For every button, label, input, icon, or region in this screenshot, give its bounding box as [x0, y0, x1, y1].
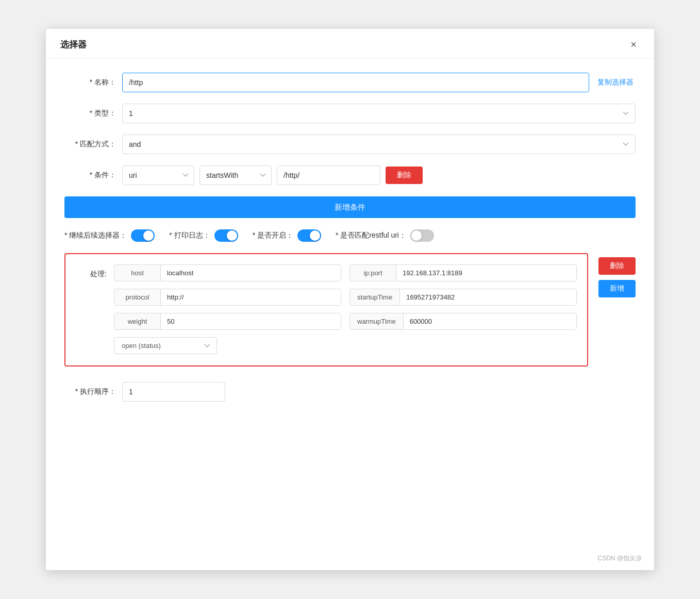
- restful-toggle[interactable]: [410, 229, 434, 242]
- name-label: * 名称：: [64, 78, 116, 87]
- exec-order-label: * 执行顺序：: [64, 387, 116, 396]
- type-select[interactable]: 1: [122, 104, 636, 123]
- handler-label: 处理:: [76, 264, 107, 279]
- name-input[interactable]: [122, 73, 589, 92]
- add-condition-button[interactable]: 新增条件: [64, 196, 636, 218]
- protocol-input[interactable]: [161, 289, 341, 305]
- copy-selector-button[interactable]: 复制选择器: [595, 78, 636, 87]
- match-label: * 匹配方式：: [64, 140, 116, 149]
- handler-delete-button[interactable]: 删除: [598, 257, 636, 275]
- footer-note: CSDN @指尖凉: [597, 554, 642, 563]
- restful-toggle-group: * 是否匹配restful uri：: [336, 229, 434, 242]
- ip-port-field: ip:port: [349, 264, 577, 281]
- condition-value-input[interactable]: [277, 165, 380, 185]
- exec-order-input[interactable]: [122, 382, 225, 402]
- warmup-time-key: warmupTime: [350, 313, 404, 329]
- handler-outer: 处理: host ip:port: [64, 253, 636, 378]
- toggle-row: * 继续后续选择器： * 打印日志： * 是否开启： * 是否匹配restful…: [64, 229, 636, 242]
- condition-delete-button[interactable]: 删除: [386, 167, 423, 184]
- host-key: host: [114, 265, 161, 281]
- weight-key: weight: [114, 313, 161, 329]
- host-input[interactable]: [161, 265, 341, 281]
- dialog-body: * 名称： 复制选择器 * 类型： 1 * 匹配方式： and * 条件：: [46, 58, 654, 416]
- condition-label: * 条件：: [64, 171, 116, 180]
- protocol-field: protocol: [114, 289, 341, 306]
- handler-grid-2: protocol startupTime: [114, 289, 577, 306]
- handler-new-button[interactable]: 新增: [598, 280, 636, 297]
- print-log-toggle-group: * 打印日志：: [169, 229, 238, 242]
- handler-box: 处理: host ip:port: [64, 253, 588, 367]
- type-select-wrapper: 1: [122, 104, 636, 123]
- print-log-slider[interactable]: [214, 229, 238, 242]
- ip-port-key: ip:port: [350, 265, 396, 281]
- match-select-wrapper: and: [122, 135, 636, 154]
- host-field: host: [114, 264, 341, 281]
- exec-order-row: * 执行顺序：: [64, 382, 636, 402]
- ip-port-input[interactable]: [396, 265, 576, 281]
- continue-slider[interactable]: [131, 229, 155, 242]
- restful-label: * 是否匹配restful uri：: [336, 231, 406, 240]
- name-row: * 名称： 复制选择器: [64, 73, 636, 92]
- conditions-row: uri startsWith 删除: [122, 165, 423, 185]
- print-log-label: * 打印日志：: [169, 231, 210, 240]
- print-log-toggle[interactable]: [214, 229, 238, 242]
- enable-toggle-group: * 是否开启：: [253, 229, 321, 242]
- condition-method-select[interactable]: startsWith: [199, 165, 272, 185]
- dialog: 选择器 × * 名称： 复制选择器 * 类型： 1 * 匹配方式： and: [46, 29, 654, 570]
- enable-toggle[interactable]: [297, 229, 321, 242]
- match-select[interactable]: and: [122, 135, 636, 154]
- dialog-title: 选择器: [60, 39, 87, 51]
- handler-grid-3: weight warmupTime: [114, 313, 577, 330]
- type-label: * 类型：: [64, 109, 116, 118]
- startup-time-input[interactable]: [400, 289, 576, 305]
- condition-row: * 条件： uri startsWith 删除: [64, 165, 636, 185]
- enable-slider[interactable]: [297, 229, 321, 242]
- weight-input[interactable]: [161, 313, 341, 329]
- handler-row: 处理: host ip:port: [76, 264, 577, 357]
- protocol-key: protocol: [114, 289, 161, 305]
- startup-time-field: startupTime: [349, 289, 577, 306]
- condition-uri-select[interactable]: uri: [122, 165, 194, 185]
- close-button[interactable]: ×: [627, 38, 640, 51]
- handler-status-row: open (status) close (status): [114, 337, 577, 354]
- warmup-time-field: warmupTime: [349, 313, 577, 330]
- handler-grid-1: host ip:port: [114, 264, 577, 281]
- continue-toggle-group: * 继续后续选择器：: [64, 229, 155, 242]
- handler-actions: 删除 新增: [598, 253, 636, 297]
- enable-label: * 是否开启：: [253, 231, 293, 240]
- handler-fields: host ip:port protocol: [114, 264, 577, 357]
- restful-slider[interactable]: [410, 229, 434, 242]
- match-row: * 匹配方式： and: [64, 135, 636, 154]
- dialog-header: 选择器 ×: [46, 29, 654, 58]
- type-row: * 类型： 1: [64, 104, 636, 123]
- startup-time-key: startupTime: [350, 289, 400, 305]
- status-select[interactable]: open (status) close (status): [114, 337, 217, 354]
- weight-field: weight: [114, 313, 341, 330]
- continue-toggle[interactable]: [131, 229, 155, 242]
- warmup-time-input[interactable]: [404, 313, 576, 329]
- continue-label: * 继续后续选择器：: [64, 231, 127, 240]
